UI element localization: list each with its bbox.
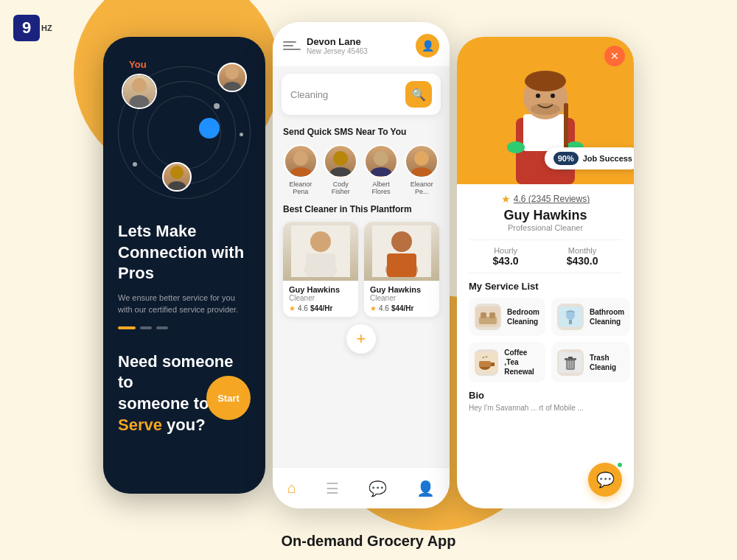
avatar-name: Cody Fisher bbox=[324, 181, 357, 195]
dot-1 bbox=[118, 326, 136, 329]
service-name-bathroom: BathroomCleaning bbox=[590, 307, 624, 326]
star-icon: ★ bbox=[370, 304, 377, 312]
rating-row: ★ 4.6 (2345 Reviews) bbox=[469, 193, 622, 205]
orbit-person-1 bbox=[217, 63, 247, 92]
chat-button[interactable]: 💬 bbox=[588, 463, 622, 497]
header-avatar[interactable]: 👤 bbox=[416, 34, 439, 57]
service-item-trash[interactable]: TrashCleanig bbox=[551, 342, 630, 382]
cleaner-cards: Guy Hawkins Cleaner ★ 4.6 $44/Hr bbox=[273, 217, 450, 321]
logo-icon: 9 bbox=[13, 15, 40, 41]
menu-icon[interactable] bbox=[283, 41, 301, 50]
list-item[interactable]: Cody Fisher bbox=[324, 144, 357, 195]
close-button[interactable]: ✕ bbox=[604, 46, 625, 66]
rating-num: 4.6 bbox=[298, 304, 308, 312]
svg-point-11 bbox=[330, 167, 351, 176]
service-name-trash: TrashCleanig bbox=[590, 353, 616, 372]
avatar-name: Albert Flores bbox=[363, 181, 398, 195]
svg-rect-45 bbox=[479, 361, 491, 367]
svg-point-28 bbox=[525, 71, 566, 91]
add-row: + bbox=[273, 324, 450, 354]
service-item-bedroom[interactable]: BedroomCleaning bbox=[469, 298, 545, 336]
price-2: $44/Hr bbox=[391, 304, 414, 312]
hero-section: ✕ bbox=[457, 37, 634, 184]
price-row: Hourly $43.0 Monthly $430.0 bbox=[469, 239, 622, 273]
screens-container: You bbox=[37, 15, 700, 516]
phone3: ✕ bbox=[457, 37, 634, 508]
cleaner-rating-1: ★ 4.6 $44/Hr bbox=[289, 304, 352, 312]
svg-rect-19 bbox=[306, 253, 335, 277]
svg-rect-39 bbox=[489, 312, 495, 318]
hourly-price: Hourly $43.0 bbox=[493, 246, 519, 267]
avatar-albert bbox=[364, 144, 398, 178]
service-icon-bedroom bbox=[475, 304, 501, 330]
dot-3 bbox=[156, 326, 168, 329]
search-bar[interactable]: Cleaning 🔍 bbox=[282, 74, 441, 115]
svg-rect-42 bbox=[569, 320, 572, 324]
section1-title: Send Quick SMS Near To You bbox=[273, 122, 450, 140]
location-sub: New Jersey 45463 bbox=[307, 47, 410, 55]
people-list: Eleanor Pena Cody Fisher bbox=[273, 140, 450, 200]
cleaner-name-2: Guy Hawkins bbox=[370, 285, 433, 294]
you-text: you? bbox=[167, 416, 206, 434]
hourly-val: $43.0 bbox=[493, 255, 519, 267]
svg-point-32 bbox=[507, 141, 525, 153]
serve-text: Serve bbox=[118, 416, 162, 434]
job-success-label: Job Success bbox=[583, 154, 632, 163]
nav-profile-icon[interactable]: 👤 bbox=[416, 480, 435, 497]
star-icon: ★ bbox=[289, 304, 296, 312]
phone1-heading: Lets Make Connection with Pros bbox=[118, 221, 251, 284]
phone1-text: Lets Make Connection with Pros We ensure… bbox=[118, 221, 251, 329]
start-button[interactable]: Start bbox=[206, 376, 251, 420]
cleaner-card-1[interactable]: Guy Hawkins Cleaner ★ 4.6 $44/Hr bbox=[283, 222, 358, 317]
service-icon-bathroom bbox=[557, 304, 584, 330]
chat-online-dot bbox=[616, 461, 624, 469]
svg-point-4 bbox=[226, 66, 239, 80]
add-button[interactable]: + bbox=[346, 324, 376, 354]
orbit-dot-3 bbox=[240, 133, 243, 136]
orbit-dot-1 bbox=[214, 103, 220, 109]
phone1-dots bbox=[118, 326, 251, 329]
service-icon-coffee bbox=[475, 349, 498, 376]
cleaner-rating-2: ★ 4.6 $44/Hr bbox=[370, 304, 433, 312]
search-text: Cleaning bbox=[290, 89, 328, 100]
list-item[interactable]: Eleanor Pena bbox=[283, 144, 318, 195]
svg-rect-46 bbox=[491, 363, 495, 366]
service-name-bedroom: BedroomCleaning bbox=[507, 307, 539, 326]
orbit-container: You bbox=[118, 59, 251, 206]
svg-point-14 bbox=[414, 151, 429, 166]
service-list-title: My Service List bbox=[469, 281, 622, 292]
list-item[interactable]: Albert Flores bbox=[363, 144, 398, 195]
nav-chat-icon[interactable]: 💬 bbox=[368, 480, 387, 497]
cleaner-info-2: Guy Hawkins Cleaner ★ 4.6 $44/Hr bbox=[364, 281, 439, 317]
svg-point-7 bbox=[168, 181, 186, 190]
cleaner-info-1: Guy Hawkins Cleaner ★ 4.6 $44/Hr bbox=[283, 281, 358, 317]
nav-list-icon[interactable]: ☰ bbox=[326, 480, 339, 497]
avatar-eleanor bbox=[284, 144, 318, 178]
cleaner-img-2 bbox=[364, 222, 439, 281]
svg-rect-26 bbox=[523, 114, 567, 151]
bio-title: Bio bbox=[469, 390, 622, 401]
cleaner-name-1: Guy Hawkins bbox=[289, 285, 352, 294]
svg-rect-50 bbox=[568, 357, 573, 359]
cleaner-card-2[interactable]: Guy Hawkins Cleaner ★ 4.6 $44/Hr bbox=[364, 222, 439, 317]
star-icon: ★ bbox=[501, 193, 511, 205]
svg-point-21 bbox=[391, 231, 412, 252]
service-item-coffee[interactable]: Coffee ,TeaRenewal bbox=[469, 342, 545, 382]
avatar-eleanor2 bbox=[405, 144, 439, 178]
user-name: Devon Lane bbox=[307, 36, 410, 47]
svg-point-2 bbox=[133, 78, 146, 91]
nav-home-icon[interactable]: ⌂ bbox=[287, 480, 296, 497]
service-item-bathroom[interactable]: BathroomCleaning bbox=[551, 298, 630, 336]
avatar-name: Eleanor Pe... bbox=[405, 181, 439, 195]
list-item[interactable]: Eleanor Pe... bbox=[405, 144, 439, 195]
section2-title: Best Cleaner in This Plantform bbox=[273, 200, 450, 217]
bottom-navbar: ⌂ ☰ 💬 👤 bbox=[273, 467, 450, 508]
svg-point-6 bbox=[170, 166, 184, 179]
svg-point-30 bbox=[551, 94, 555, 98]
page-caption: On-demand Grocery App bbox=[0, 533, 737, 550]
cleaner-img-1 bbox=[283, 222, 358, 281]
monthly-price: Monthly $430.0 bbox=[567, 246, 598, 267]
job-pct: 90% bbox=[553, 152, 579, 165]
svg-point-17 bbox=[310, 231, 331, 252]
search-button[interactable]: 🔍 bbox=[405, 81, 432, 108]
